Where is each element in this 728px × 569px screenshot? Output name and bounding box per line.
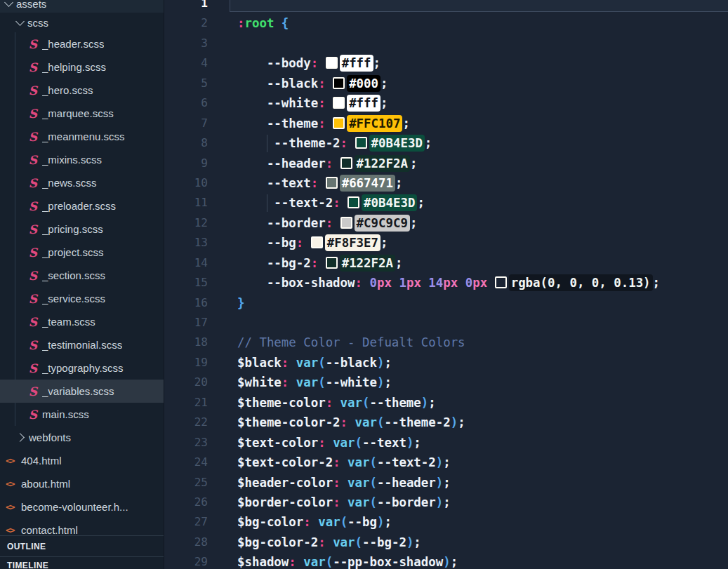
code-line[interactable]: 29$shadow: var(--pp-box-shadow); [164, 552, 728, 569]
code-line[interactable]: 16} [164, 293, 728, 313]
code-line-text: --bg: #F8F3E7; [237, 233, 728, 253]
code-line[interactable]: 17 [164, 313, 728, 333]
tree-file-_marquee.scss[interactable]: S_marquee.scss [0, 102, 164, 125]
code-line[interactable]: 25$header-color: var(--header); [164, 473, 728, 493]
hex-color-pill: #122F2A [340, 255, 395, 272]
tree-file-_testimonial.scss[interactable]: S_testimonial.scss [0, 333, 164, 356]
code-line-text: } [237, 293, 728, 313]
line-number: 7 [164, 114, 208, 133]
tree-file-_header.scss[interactable]: S_header.scss [0, 32, 164, 55]
code-token: px [377, 276, 392, 290]
code-line[interactable]: 1 [164, 0, 728, 13]
code-token: --box-shadow [237, 276, 355, 290]
code-token: ) [377, 515, 384, 529]
hex-color-pill: #F8F3E7 [325, 234, 380, 251]
code-line[interactable]: 20$white: var(--white); [164, 373, 728, 392]
tree-file-become-volounteer.h...[interactable]: <>become-volounteer.h... [0, 495, 164, 518]
code-line[interactable]: 6 --white: #fff; [164, 93, 728, 113]
code-line[interactable]: 28$bg-color-2: var(--bg-2); [164, 533, 728, 552]
tree-file-_preloader.scss[interactable]: S_preloader.scss [0, 194, 164, 217]
color-swatch[interactable] [333, 117, 345, 129]
code-token: : [318, 535, 325, 549]
color-swatch[interactable] [326, 257, 338, 269]
hex-color-pill: #fff [340, 55, 373, 72]
color-swatch[interactable] [495, 276, 507, 288]
code-token: var [333, 436, 355, 450]
code-line[interactable]: 21$theme-color: var(--theme); [164, 393, 728, 413]
tree-file-_meanmenu.scss[interactable]: S_meanmenu.scss [0, 125, 164, 148]
tree-file-_service.scss[interactable]: S_service.scss [0, 287, 164, 310]
code-line[interactable]: 19$black: var(--black); [164, 353, 728, 373]
sass-icon: S [28, 131, 38, 142]
code-token: ; [384, 356, 391, 370]
code-token: --theme [237, 116, 318, 130]
line-number: 28 [164, 533, 208, 552]
sass-icon: S [28, 201, 38, 212]
code-line-text: // Theme Color - Defualt Colors [237, 333, 728, 352]
tree-file-404.html[interactable]: <>404.html [0, 449, 164, 472]
color-swatch[interactable] [333, 77, 345, 89]
code-line[interactable]: 12 --border: #C9C9C9; [164, 213, 728, 233]
hex-color-pill: #000 [347, 75, 380, 92]
line-number: 29 [164, 552, 208, 569]
tree-file-main.scss[interactable]: Smain.scss [0, 403, 164, 426]
tree-file-_news.scss[interactable]: S_news.scss [0, 171, 164, 194]
timeline-section-header[interactable]: TIMELINE [0, 556, 164, 569]
code-token [289, 375, 296, 389]
outline-section-header[interactable]: OUTLINE [0, 535, 164, 556]
code-token: : [237, 16, 244, 30]
tree-folder-scss[interactable]: scss [0, 13, 164, 32]
code-line[interactable]: 23$text-color: var(--text); [164, 433, 728, 453]
color-swatch[interactable] [355, 137, 367, 149]
color-swatch[interactable] [348, 196, 359, 208]
code-line[interactable]: 9 --header: #122F2A; [164, 154, 728, 173]
tree-file-_team.scss[interactable]: S_team.scss [0, 310, 164, 333]
line-number: 23 [164, 433, 208, 453]
code-line[interactable]: 2:root { [164, 13, 728, 33]
code-token: var [318, 515, 340, 529]
code-line[interactable]: 15 --box-shadow: 0px 1px 14px 0px rgba(0… [164, 273, 728, 293]
code-line[interactable]: 13 --bg: #F8F3E7; [164, 233, 728, 253]
code-token: ( [318, 375, 325, 389]
tree-file-_helping.scss[interactable]: S_helping.scss [0, 55, 164, 79]
tree-file-_hero.scss[interactable]: S_hero.scss [0, 79, 164, 102]
hex-color-pill: #fff [347, 95, 380, 112]
code-line[interactable]: 8 --theme-2: #0B4E3D; [164, 133, 728, 153]
code-token: var [348, 455, 369, 469]
code-line[interactable]: 5 --black: #000; [164, 74, 728, 93]
code-line[interactable]: 18// Theme Color - Defualt Colors [164, 333, 728, 352]
tree-item-label: become-volounteer.h... [21, 501, 128, 513]
code-token: --text [362, 436, 406, 450]
tree-file-_pricing.scss[interactable]: S_pricing.scss [0, 217, 164, 241]
color-swatch[interactable] [326, 177, 338, 189]
code-token: --theme-2 [237, 136, 340, 150]
code-line[interactable]: 22$theme-color-2: var(--theme-2); [164, 413, 728, 432]
code-line[interactable]: 26$border-color: var(--border); [164, 493, 728, 512]
code-line[interactable]: 24$text-color-2: var(--text-2); [164, 453, 728, 472]
code-line[interactable]: 4 --body: #fff; [164, 53, 728, 73]
color-swatch[interactable] [326, 57, 338, 69]
code-token [326, 96, 333, 110]
tree-file-_mixins.scss[interactable]: S_mixins.scss [0, 148, 164, 171]
tree-file-_variables.scss[interactable]: S_variables.scss [0, 380, 164, 403]
tree-folder-webfonts[interactable]: webfonts [0, 426, 164, 449]
code-line[interactable]: 10 --text: #667471; [164, 173, 728, 193]
code-editor[interactable]: 12:root {34 --body: #fff;5 --black: #000… [164, 0, 728, 569]
color-swatch[interactable] [340, 157, 352, 169]
color-swatch[interactable] [311, 236, 323, 248]
code-line[interactable]: 7 --theme: #FFC107; [164, 114, 728, 133]
tree-folder-assets[interactable]: assets [0, 0, 164, 13]
tree-file-_section.scss[interactable]: S_section.scss [0, 264, 164, 287]
line-number: 14 [164, 253, 208, 273]
code-line[interactable]: 11 --text-2: #0B4E3D; [164, 193, 728, 213]
code-token: --border [237, 216, 326, 230]
code-line[interactable]: 14 --bg-2: #122F2A; [164, 253, 728, 273]
tree-file-about.html[interactable]: <>about.html [0, 472, 164, 495]
code-line[interactable]: 3 [164, 34, 728, 53]
color-swatch[interactable] [333, 97, 345, 109]
line-number: 11 [164, 193, 208, 213]
tree-file-_typography.scss[interactable]: S_typography.scss [0, 356, 164, 380]
tree-file-_project.scss[interactable]: S_project.scss [0, 241, 164, 264]
color-swatch[interactable] [340, 217, 352, 229]
code-line[interactable]: 27$bg-color: var(--bg); [164, 512, 728, 532]
